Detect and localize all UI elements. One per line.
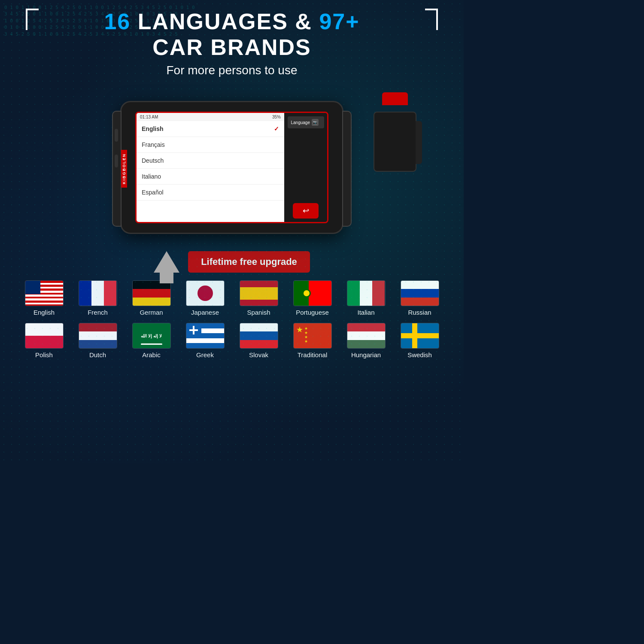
flag-traditional: ★ ★ ★ ★ ★ [293,323,332,349]
device-section: KIBGBOLEN 01:13 AM 35% English ✓ [0,86,464,249]
flag-japanese [186,280,225,306]
lang-name-french: Français [142,141,165,148]
scanner-grip-left: KIBGBOLEN [112,111,122,227]
panel-lang-label: Language [291,120,310,125]
language-button[interactable]: Language 📷 [288,116,324,128]
flag-item-traditional: ★ ★ ★ ★ ★ Traditional [286,319,339,362]
flag-item-slovak: Slovak [232,319,286,362]
china-small-star-1: ★ [304,327,308,331]
flag-item-english: English [17,277,71,319]
screen-outer: 01:13 AM 35% English ✓ Français Deutsch [135,112,328,223]
flag-french [79,280,117,306]
obd2-body [374,112,416,172]
lang-item-spanish[interactable]: Español [137,185,284,200]
subtitle: For more persons to use [9,64,455,77]
flag-item-swedish: Swedish [393,319,447,362]
num16: 16 [104,9,131,34]
bracket-left [26,9,39,30]
camera-icon: 📷 [312,119,319,126]
flag-german [132,280,171,306]
lang-item-italian[interactable]: Italiano [137,169,284,185]
flag-item-arabic: لا إله إلا الله Arabic [125,319,178,362]
upgrade-badge: Lifetime free upgrade [188,251,310,273]
flag-label-russian: Russian [408,309,431,316]
arrow-up [154,251,179,273]
flags-row-2: Polish Dutch لا إله إلا الله [9,319,455,362]
title-line1: 16 LANGUAGES & 97+ [9,9,455,34]
flag-label-portuguese: Portuguese [296,309,329,316]
check-mark: ✓ [274,125,279,132]
flag-label-german: German [140,309,163,316]
screen-panel: Language 📷 ↩ [284,113,327,222]
flag-label-french: French [88,309,108,316]
flag-portuguese [293,280,332,306]
flag-item-japanese: Japanese [178,277,232,319]
flag-item-portuguese: Portuguese [286,277,339,319]
flag-item-greek: Greek [178,319,232,362]
lang-item-french[interactable]: Français [137,137,284,153]
flag-swedish [401,323,439,349]
flag-item-dutch: Dutch [71,319,125,362]
sweden-cross-horizontal [401,333,439,338]
flags-section: English French [0,273,464,362]
bracket-right [425,9,438,30]
flag-polish [25,323,64,349]
flag-russian [401,280,439,306]
flag-item-polish: Polish [17,319,71,362]
lang-item-german[interactable]: Deutsch [137,153,284,169]
sweden-cross-vertical [412,323,417,348]
flag-label-japanese: Japanese [191,309,219,316]
lang-name-italian: Italiano [142,173,161,180]
flag-label-spanish: Spanish [247,309,270,316]
flag-slovak [240,323,278,349]
flag-label-slovak: Slovak [249,351,268,358]
obd2-top [382,92,408,105]
title-text1: LANGUAGES & [138,9,312,34]
flag-label-polish: Polish [35,351,53,358]
china-small-star-4: ★ [304,340,308,343]
scanner-grip-right [342,111,352,227]
flag-spanish [240,280,278,306]
lang-name-spanish: Español [142,189,164,196]
back-arrow-icon: ↩ [303,206,309,216]
flag-item-italian: Italian [339,277,393,319]
screen-main: 01:13 AM 35% English ✓ Français Deutsch [137,113,284,222]
flag-dutch [79,323,117,349]
obd2-connector [369,99,421,176]
china-small-star-3: ★ [304,335,308,339]
flag-label-english: English [33,309,55,316]
flag-item-spanish: Spanish [232,277,286,319]
flag-label-arabic: Arabic [142,351,161,358]
china-small-star-2: ★ [304,331,308,335]
battery-display: 35% [272,115,281,119]
flag-item-french: French [71,277,125,319]
lang-name-german: Deutsch [142,157,164,164]
upgrade-section: Lifetime free upgrade [154,251,310,273]
time-display: 01:13 AM [140,115,158,119]
language-list: English ✓ Français Deutsch Italiano [137,121,284,222]
flag-hungarian [347,323,386,349]
flag-label-italian: Italian [357,309,374,316]
title-line2: CAR BRANDS [9,34,455,60]
flag-italian [347,280,386,306]
china-star-icon: ★ [296,326,303,334]
obd2-grips [416,121,422,164]
flag-greek [186,323,225,349]
header: 16 LANGUAGES & 97+ CAR BRANDS For more p… [0,0,464,82]
flags-row-1: English French [9,277,455,319]
lang-name-english: English [142,125,164,132]
num97: 97+ [319,9,359,34]
flag-english [25,280,64,306]
brand-label: KIBGBOLEN [121,150,127,188]
flag-arabic: لا إله إلا الله [132,323,171,349]
flag-item-russian: Russian [393,277,447,319]
status-bar: 01:13 AM 35% [137,113,284,121]
flag-label-greek: Greek [196,351,214,358]
flag-label-traditional: Traditional [298,351,327,358]
back-button[interactable]: ↩ [293,203,319,219]
arabic-text: لا إله إلا الله [141,334,161,338]
scanner-device: KIBGBOLEN 01:13 AM 35% English ✓ [120,101,343,234]
flag-item-hungarian: Hungarian [339,319,393,362]
lang-item-english[interactable]: English ✓ [137,121,284,137]
flag-label-hungarian: Hungarian [351,351,381,358]
